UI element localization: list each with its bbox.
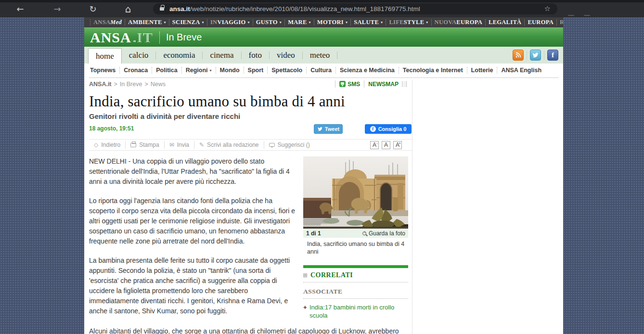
topnav-label: MOTORI (317, 19, 344, 26)
subnav-sport[interactable]: Sport (244, 67, 268, 74)
subnav-label: Cronaca (124, 67, 148, 74)
article: India, sacrificio umano su bimba di 4 an… (84, 92, 412, 334)
tab-meteo[interactable]: meteo (303, 47, 337, 64)
newsmap-link[interactable]: NEWSMAP (368, 81, 407, 88)
related-header-label: CORRELATI (310, 271, 353, 279)
topnav-item-motori[interactable]: MOTORI▾ (314, 19, 350, 26)
topnav-label: VIAGGIO (217, 19, 245, 26)
write-to-editors-tool[interactable]: ✎Scrivi alla redazione (194, 141, 264, 149)
ansa-logo[interactable]: ANSA (90, 30, 131, 45)
article-toolbar: ◇Indietro Stampa ✉Invia ✎Scrivi alla red… (89, 139, 412, 151)
photo-strip: 1 di 1 Guarda la foto (303, 229, 408, 238)
back-tool[interactable]: ◇Indietro (89, 141, 126, 149)
breadcrumb-section[interactable]: In Breve (120, 81, 142, 88)
tab-bar: home calcio economia cinema foto video m… (84, 47, 563, 64)
page-content: ANSAMed AMBIENTE▾ SCIENZA▾ INVIAGGIO▾ GU… (84, 17, 563, 334)
topnav-prefix: LIFE (389, 19, 403, 26)
view-photo-link[interactable]: Guarda la foto (362, 230, 405, 237)
printer-icon (130, 143, 136, 147)
font-normal-button[interactable]: A (382, 141, 390, 149)
subnav-label: Regioni (186, 67, 208, 74)
facebook-icon[interactable]: f (547, 50, 558, 61)
subnav-regioni[interactable]: Regioni▾ (182, 67, 216, 74)
tab-cinema[interactable]: cinema (203, 47, 241, 64)
subnav-cultura[interactable]: Cultura (307, 67, 336, 74)
subnav-ansa-english[interactable]: ANSA English (497, 67, 545, 74)
subnav-scienza-medicina[interactable]: Scienza e Medicina (336, 67, 399, 74)
subnav-mondo[interactable]: Mondo (216, 67, 244, 74)
breadcrumb-site[interactable]: ANSA.it (89, 81, 112, 88)
topnav-item-salute[interactable]: SALUTE▾ (350, 19, 386, 26)
font-button-sup: - (376, 141, 378, 145)
article-body: NEW DELHI - Una coppia di un villaggio p… (89, 156, 299, 325)
url-domain: ansa.it (169, 5, 190, 13)
subnav-cronaca[interactable]: Cronaca (120, 67, 152, 74)
print-tool[interactable]: Stampa (126, 141, 164, 149)
topnav-item-scienza[interactable]: SCIENZA▾ (169, 19, 207, 26)
subnav-label: Spettacolo (271, 67, 302, 74)
topnav-item-ansamed[interactable]: ANSAMed (90, 19, 125, 26)
topnav-item-legalita[interactable]: LEGALITÀ (485, 19, 524, 26)
tool-label: Scrivi alla redazione (207, 141, 258, 148)
subnav-spettacolo[interactable]: Spettacolo (268, 67, 307, 74)
tab-video[interactable]: video (270, 47, 302, 64)
facebook-recommend-button[interactable]: f Consiglia 0 (365, 124, 412, 134)
subnav-topnews[interactable]: Topnews (86, 67, 120, 74)
chevron-down-icon: ▾ (247, 20, 249, 25)
browser-back-button[interactable]: ← (14, 3, 26, 15)
topnav-item-lifestyle[interactable]: LIFESTYLE▾ (386, 19, 431, 26)
rss-icon[interactable] (513, 50, 524, 61)
font-larger-button[interactable]: A+ (393, 141, 402, 149)
url-text[interactable]: ansa.it/web/notizie/rubriche/inbreve/201… (169, 5, 541, 13)
topnav-prefix: NUOVA (435, 19, 457, 26)
topnav-prefix: IN (210, 19, 218, 26)
topnav-item-europa[interactable]: EUROPA (524, 19, 556, 26)
browser-chrome: ← → ↻ ⌂ ansa.it/web/notizie/rubriche/inb… (0, 0, 644, 17)
paragraph: Alcuni abitanti del villaggio, che sorge… (89, 326, 407, 334)
topnav-item-mare[interactable]: MARE▾ (284, 19, 314, 26)
bookmark-star-icon[interactable]: ☆ (544, 3, 551, 14)
browser-forward-button[interactable]: → (51, 3, 64, 15)
tweet-button[interactable]: Tweet (314, 124, 343, 134)
suggest-tool[interactable]: Suggerisci () (264, 141, 315, 149)
topnav-item-nuovaeuropa[interactable]: NUOVAEUROPA (431, 19, 485, 26)
tab-economia[interactable]: economia (156, 47, 202, 64)
topnav-item-realestate[interactable]: REALESTATE (556, 19, 563, 26)
social-icons: f (513, 50, 558, 61)
send-tool[interactable]: ✉Invia (165, 141, 194, 149)
topnav-item-inviaggio[interactable]: INVIAGGIO▾ (207, 19, 253, 26)
sms-link[interactable]: SMS (339, 81, 360, 88)
subnav-lotterie[interactable]: Lotterie (467, 67, 498, 74)
tab-home[interactable]: home (88, 48, 122, 64)
subnav-label: Mondo (220, 67, 240, 74)
subnav-politica[interactable]: Politica (152, 67, 181, 74)
browser-home-button[interactable]: ⌂ (122, 3, 134, 15)
font-button-label: A (373, 141, 376, 148)
chevron-down-icon: ▾ (426, 20, 428, 25)
topnav-label: SALUTE (354, 19, 379, 26)
subnav-label: Tecnologia e Internet (403, 67, 463, 74)
font-smaller-button[interactable]: A- (370, 141, 379, 149)
sms-label: SMS (348, 81, 360, 88)
diamond-back-icon: ◇ (94, 141, 98, 148)
topnav-label: SCIENZA (172, 19, 200, 26)
social-separator (544, 51, 544, 60)
twitter-icon[interactable] (530, 50, 541, 61)
tool-label: Suggerisci () (278, 141, 310, 148)
tab-calcio[interactable]: calcio (122, 47, 156, 64)
topnav-label: AMBIENTE (128, 19, 162, 26)
related-link[interactable]: India:17 bambini morti in crollo scuola (309, 303, 396, 320)
tab-foto[interactable]: foto (242, 47, 269, 64)
address-bar[interactable]: ansa.it/web/notizie/rubriche/inbreve/201… (153, 3, 557, 14)
chevron-down-icon: ▾ (202, 20, 204, 25)
browser-reload-button[interactable]: ↻ (87, 3, 99, 15)
topnav-item-gusto[interactable]: GUSTO▾ (253, 19, 284, 26)
article-photo[interactable] (303, 156, 408, 229)
subnav-tecnologia[interactable]: Tecnologia e Internet (399, 67, 467, 74)
font-button-sup: + (399, 141, 401, 145)
topnav-item-ambiente[interactable]: AMBIENTE▾ (125, 19, 169, 26)
tweet-label: Tweet (325, 125, 339, 133)
related-header: CORRELATI (303, 268, 408, 283)
breadcrumb-row: ANSA.it > In Breve > News SMS NEWSMAP (84, 78, 563, 90)
article-date: 18 agosto, 19:51 (89, 125, 134, 132)
